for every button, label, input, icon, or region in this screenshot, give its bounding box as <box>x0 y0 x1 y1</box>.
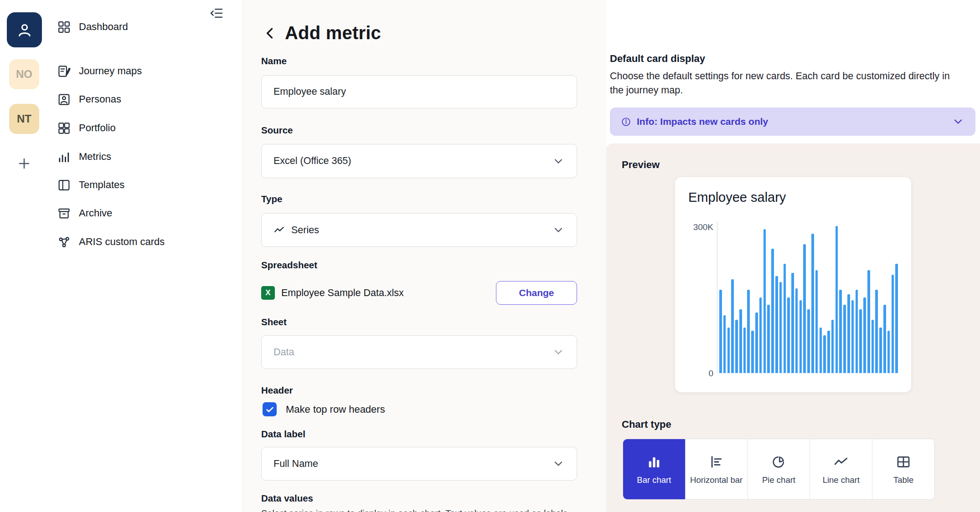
sidebar-item-label: Archive <box>79 207 112 219</box>
source-select[interactable]: Excel (Office 365) <box>261 144 577 178</box>
chart-bar <box>879 328 882 373</box>
sidebar-item-aris-custom-cards[interactable]: ARIS custom cards <box>57 232 165 252</box>
data-values-hint: Select series in rows to display in each… <box>261 507 577 512</box>
chart-bar <box>856 290 858 373</box>
sidebar-item-label: Templates <box>79 179 124 191</box>
pie-chart-icon <box>771 454 786 470</box>
chart-bar <box>875 290 878 373</box>
chart-bar <box>851 300 854 373</box>
chart-bar <box>763 229 766 373</box>
sidebar-item-templates[interactable]: Templates <box>57 175 124 195</box>
collapse-sidebar-button[interactable] <box>207 4 226 23</box>
plus-icon <box>16 156 32 171</box>
user-avatar[interactable] <box>7 12 42 47</box>
chart-bar <box>739 309 742 373</box>
data-label-select[interactable]: Full Name <box>261 447 577 481</box>
chart-bar <box>791 273 794 373</box>
chart-type-bar-button[interactable]: Bar chart <box>623 439 685 499</box>
table-icon <box>896 454 911 470</box>
journey-maps-icon <box>57 64 71 78</box>
chart-bar <box>863 297 866 374</box>
change-spreadsheet-button[interactable]: Change <box>496 281 577 305</box>
type-select[interactable]: Series <box>261 213 577 247</box>
name-label: Name <box>261 56 287 67</box>
sidebar-item-label: ARIS custom cards <box>79 236 165 248</box>
sidebar-item-journey-maps[interactable]: Journey maps <box>57 61 142 81</box>
top-row-headers-checkbox[interactable] <box>263 402 277 416</box>
info-banner[interactable]: Info: Impacts new cards only <box>610 108 975 136</box>
y-axis-max-label: 300K <box>679 222 713 232</box>
chevron-down-icon <box>552 346 565 358</box>
chart-bar <box>727 328 730 373</box>
chevron-left-icon <box>263 26 278 41</box>
chart-bar <box>847 294 850 373</box>
sidebar-item-label: Personas <box>79 93 121 105</box>
chart-bar <box>887 331 890 373</box>
dashboard-icon <box>57 20 71 34</box>
chevron-down-icon <box>952 115 965 128</box>
chart-bar <box>843 305 846 373</box>
chart-type-horizontal-bar-button[interactable]: Horizontal bar <box>685 439 748 499</box>
chart-bar <box>823 335 826 373</box>
chart-type-label-text: Bar chart <box>637 475 671 485</box>
chart-bar <box>803 244 806 373</box>
spreadsheet-file-row: X Employee Sample Data.xlsx Change <box>261 281 577 305</box>
add-metric-panel: Add metric Name Source Excel (Office 365… <box>243 0 606 512</box>
chart-type-table-button[interactable]: Table <box>872 439 934 499</box>
sheet-select[interactable]: Data <box>261 335 577 369</box>
chart-bar <box>779 282 782 373</box>
chart-bar <box>883 305 886 373</box>
chevron-down-icon <box>552 155 565 168</box>
chart-bar <box>751 331 754 373</box>
line-chart-icon <box>833 454 849 470</box>
default-card-display-panel: Default card display Choose the default … <box>606 0 980 512</box>
sidebar-item-archive[interactable]: Archive <box>57 203 112 223</box>
chart-bar <box>820 328 822 373</box>
chart-bar <box>735 320 738 373</box>
sidebar-item-portfolio[interactable]: Portfolio <box>57 118 116 138</box>
chart-type-pie-button[interactable]: Pie chart <box>748 439 810 499</box>
check-icon <box>265 404 275 415</box>
workspace-rail: NO NT <box>0 0 48 512</box>
chart-bar <box>775 276 778 373</box>
personas-icon <box>57 92 71 107</box>
header-checkbox-row: Make top row headers <box>263 402 385 416</box>
sidebar-item-label: Metrics <box>79 151 111 163</box>
aris-custom-cards-icon <box>57 235 71 249</box>
add-workspace-button[interactable] <box>15 154 34 173</box>
workspace-badge-no[interactable]: NO <box>9 59 39 89</box>
type-select-value: Series <box>291 225 319 236</box>
chart-bar <box>771 249 774 373</box>
chart-bar <box>795 288 798 373</box>
sidebar-item-metrics[interactable]: Metrics <box>57 147 111 167</box>
chart-bar <box>719 290 722 373</box>
workspace-badge-nt[interactable]: NT <box>9 104 39 134</box>
header-label: Header <box>261 385 293 396</box>
chart-bar <box>811 234 814 373</box>
chart-type-line-button[interactable]: Line chart <box>810 439 872 499</box>
chart-bar <box>747 290 750 373</box>
bar-chart-icon <box>646 454 662 470</box>
chart-bar <box>759 297 762 374</box>
preview-area: Preview Employee salary 300K 0 Chart typ… <box>606 143 980 512</box>
sidebar-item-personas[interactable]: Personas <box>57 89 121 109</box>
preview-card: Employee salary 300K 0 <box>675 177 911 392</box>
templates-icon <box>57 178 71 192</box>
preview-card-title: Employee salary <box>688 190 786 205</box>
horizontal-bar-icon <box>709 454 724 470</box>
chart-type-selector: Bar chart Horizontal bar Pie chart <box>623 439 935 500</box>
back-button[interactable] <box>262 25 279 41</box>
info-icon <box>621 117 631 127</box>
main-sidebar: Dashboard Journey maps Personas Portfoli… <box>48 0 243 512</box>
chart-bar <box>731 279 734 373</box>
chart-bar <box>892 275 894 373</box>
chart-bar <box>755 312 758 373</box>
spreadsheet-file-name: Employee Sample Data.xlsx <box>281 287 404 299</box>
sidebar-item-dashboard[interactable]: Dashboard <box>57 17 128 37</box>
chart-bar <box>799 300 802 373</box>
name-input[interactable] <box>261 75 577 108</box>
data-label-select-value: Full Name <box>273 458 318 470</box>
spreadsheet-label: Spreadsheet <box>261 260 317 271</box>
bar-chart <box>719 221 901 373</box>
chart-type-label-text: Table <box>893 475 913 485</box>
